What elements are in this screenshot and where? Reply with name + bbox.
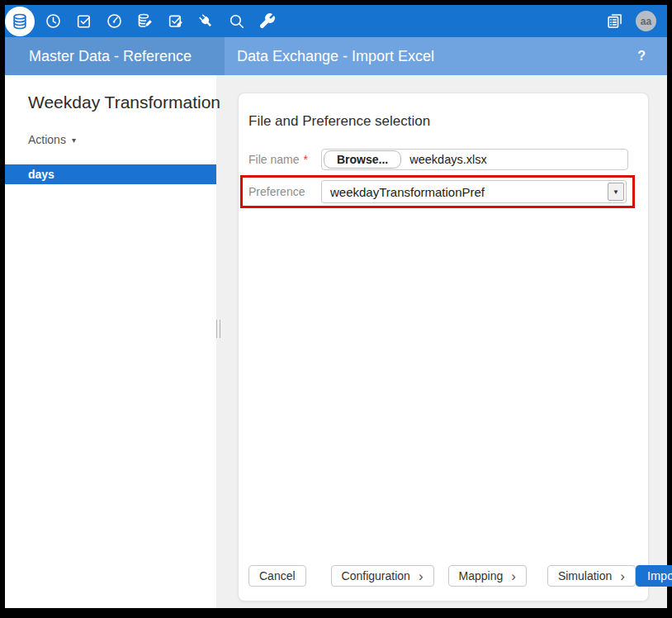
sidebar-title: Weekday Transformation bbox=[28, 92, 208, 113]
configuration-button[interactable]: Configuration › bbox=[331, 565, 434, 587]
import-button[interactable]: Import bbox=[636, 565, 672, 587]
footer-button-bar: Cancel Configuration › Mapping › Simulat… bbox=[248, 565, 638, 587]
app-window: aa Master Data - Reference Data Exchange… bbox=[5, 5, 667, 608]
browse-button[interactable]: Browse... bbox=[324, 150, 401, 169]
simulation-label: Simulation bbox=[558, 569, 612, 582]
actions-dropdown[interactable]: Actions ▾ bbox=[28, 133, 76, 146]
gauge-icon[interactable] bbox=[106, 12, 123, 30]
preference-value: weekdayTransformationPref bbox=[330, 185, 485, 199]
form-edit-icon[interactable] bbox=[167, 12, 184, 30]
required-marker: * bbox=[303, 153, 307, 166]
check-square-icon[interactable] bbox=[75, 12, 92, 30]
configuration-label: Configuration bbox=[342, 569, 410, 582]
section-title: File and Preference selection bbox=[248, 93, 638, 131]
file-name-label-text: File name bbox=[248, 153, 299, 166]
preference-dropdown[interactable]: weekdayTransformationPref ▼ bbox=[321, 180, 627, 203]
file-name-label: File name* bbox=[248, 153, 321, 166]
chevron-right-icon: › bbox=[620, 569, 625, 583]
actions-label: Actions bbox=[28, 133, 66, 146]
dropdown-arrow-icon[interactable]: ▼ bbox=[608, 183, 624, 201]
top-toolbar: aa bbox=[5, 5, 667, 37]
plug-icon[interactable] bbox=[197, 12, 215, 30]
sidebar: Weekday Transformation Actions ▾ days bbox=[5, 75, 216, 608]
sidebar-list: days bbox=[5, 164, 216, 184]
toolbar-right-group: aa bbox=[606, 11, 667, 31]
chevron-right-icon: › bbox=[511, 569, 516, 583]
clock-icon[interactable] bbox=[45, 12, 62, 30]
file-name-row: File name* Browse... weekdays.xlsx bbox=[248, 149, 638, 170]
mapping-label: Mapping bbox=[459, 569, 504, 582]
cancel-button[interactable]: Cancel bbox=[248, 565, 306, 587]
search-icon[interactable] bbox=[228, 12, 245, 30]
toolbar-icon-group bbox=[5, 7, 276, 36]
chevron-right-icon: › bbox=[419, 569, 424, 583]
import-label: Import bbox=[647, 569, 672, 582]
database-icon[interactable] bbox=[5, 7, 35, 36]
avatar[interactable]: aa bbox=[636, 11, 656, 31]
content-area: Weekday Transformation Actions ▾ days Fi… bbox=[5, 75, 667, 608]
header: Master Data - Reference Data Exchange - … bbox=[5, 37, 667, 75]
mapping-button[interactable]: Mapping › bbox=[448, 565, 527, 587]
file-name-field[interactable]: Browse... weekdays.xlsx bbox=[321, 149, 628, 170]
app-section-master-data[interactable]: Master Data - Reference bbox=[5, 37, 225, 75]
file-name-value: weekdays.xlsx bbox=[409, 153, 486, 166]
preference-label: Preference bbox=[248, 185, 321, 198]
database-edit-icon[interactable] bbox=[136, 12, 154, 30]
import-excel-card: File and Preference selection File name*… bbox=[238, 93, 649, 601]
simulation-button[interactable]: Simulation › bbox=[547, 565, 636, 587]
chevron-down-icon: ▾ bbox=[72, 135, 76, 145]
cancel-label: Cancel bbox=[259, 569, 296, 582]
window-title-bar: Data Exchange - Import Excel ? bbox=[225, 37, 667, 75]
wrench-icon[interactable] bbox=[258, 12, 276, 30]
page-title: Data Exchange - Import Excel bbox=[237, 48, 434, 65]
main-panel: File and Preference selection File name*… bbox=[216, 75, 667, 608]
left-header-title: Master Data - Reference bbox=[29, 48, 192, 65]
help-button[interactable]: ? bbox=[637, 49, 646, 64]
form-list-icon[interactable] bbox=[606, 12, 623, 30]
preference-highlight-box: Preference weekdayTransformationPref ▼ bbox=[240, 175, 635, 208]
splitter-handle[interactable] bbox=[216, 320, 220, 338]
sidebar-item-days[interactable]: days bbox=[5, 164, 216, 184]
